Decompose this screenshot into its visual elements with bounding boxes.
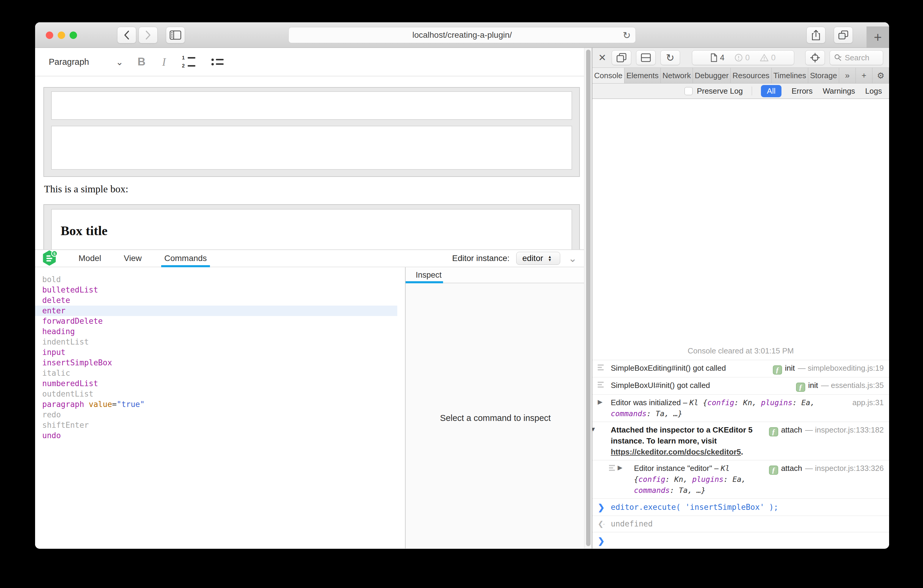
filter-option-warnings[interactable]: Warnings xyxy=(823,87,855,96)
italic-button[interactable]: I xyxy=(162,56,166,68)
console-text: editor.execute( 'insertSimpleBox' ); xyxy=(611,503,778,512)
page-scrollbar[interactable] xyxy=(584,48,592,549)
command-item[interactable]: paragraph value="true" xyxy=(35,399,405,410)
simple-box-title-field-2[interactable]: Box title xyxy=(51,209,572,250)
console-link[interactable]: https://ckeditor.com/docs/ckeditor5 xyxy=(611,447,741,456)
sidebar-button[interactable] xyxy=(166,27,185,43)
inspector-tab-commands[interactable]: Commands xyxy=(163,250,209,267)
command-item[interactable]: heading xyxy=(35,327,405,337)
add-tab-button[interactable]: + xyxy=(856,68,872,83)
back-button[interactable] xyxy=(117,27,136,43)
plus-icon: + xyxy=(874,29,882,45)
inspect-element-button[interactable] xyxy=(805,50,825,65)
command-item[interactable]: indentList xyxy=(35,337,405,347)
console-row-log: ▶Editor instance "editor" – Kl {config: … xyxy=(592,460,889,498)
new-tab-button[interactable]: + xyxy=(867,26,889,48)
devtools-tab-console[interactable]: Console xyxy=(592,68,624,83)
source-location[interactable]: app.js:31 xyxy=(852,398,884,407)
command-item[interactable]: undo xyxy=(35,430,405,441)
console-source[interactable]: ƒinit— essentials.js:35 xyxy=(796,380,884,392)
editor-content[interactable]: This is a simple box: Box title xyxy=(35,77,585,250)
close-window-button[interactable] xyxy=(46,31,53,39)
dock-bottom-button[interactable] xyxy=(636,50,656,65)
preserve-log-checkbox[interactable] xyxy=(685,87,693,95)
editor-instance-select[interactable]: editor ▲▼ xyxy=(516,252,560,265)
console-source[interactable]: app.js:31 xyxy=(852,397,884,408)
web-page-pane: Paragraph ⌄ B I 1 2 This is a simpl xyxy=(35,48,592,549)
command-item[interactable]: delete xyxy=(35,295,405,305)
function-name: attach xyxy=(781,425,802,434)
source-location[interactable]: essentials.js:35 xyxy=(831,381,884,390)
source-location[interactable]: simpleboxediting.js:19 xyxy=(808,363,884,373)
log-icon xyxy=(598,381,604,388)
reload-icon[interactable]: ↻ xyxy=(622,30,631,41)
console-source[interactable]: ƒattach— inspector.js:133:182 xyxy=(769,424,884,436)
command-item[interactable]: redo xyxy=(35,410,405,420)
console-text: , xyxy=(810,398,815,407)
devtools-tab-network[interactable]: Network xyxy=(661,68,693,83)
close-devtools-button[interactable]: ✕ xyxy=(598,52,606,63)
simple-box-widget-2[interactable]: Box title xyxy=(43,204,580,250)
devtools-tab-debugger[interactable]: Debugger xyxy=(693,68,731,83)
source-location[interactable]: inspector.js:133:326 xyxy=(815,464,884,473)
tab-overview-icon xyxy=(838,30,849,40)
more-tabs-button[interactable]: » xyxy=(839,68,856,83)
settings-button[interactable]: ⚙ xyxy=(872,68,889,83)
console-source[interactable]: ƒattach— inspector.js:133:326 xyxy=(769,463,884,475)
inspect-tab[interactable]: Inspect xyxy=(416,271,442,280)
devtools-tab-resources[interactable]: Resources xyxy=(731,68,771,83)
command-item[interactable]: forwardDelete xyxy=(35,316,405,327)
scrollbar-thumb[interactable] xyxy=(586,50,591,546)
simple-box-widget[interactable] xyxy=(43,87,580,177)
simple-box-description-field[interactable] xyxy=(51,126,572,170)
address-bar[interactable]: localhost/creating-a-plugin/ ↻ xyxy=(288,27,636,43)
tab-overview-button[interactable] xyxy=(834,27,853,43)
devtools-tab-storage[interactable]: Storage xyxy=(808,68,839,83)
command-item[interactable]: input xyxy=(35,347,405,358)
console-row-log: SimpleBoxEditing#init() got calledƒinit—… xyxy=(592,360,889,377)
bold-button[interactable]: B xyxy=(138,56,146,68)
devtools-tab-timelines[interactable]: Timelines xyxy=(772,68,808,83)
paragraph-text[interactable]: This is a simple box: xyxy=(44,184,128,195)
filter-option-errors[interactable]: Errors xyxy=(792,87,813,96)
forward-button[interactable] xyxy=(139,27,158,43)
console-row-input[interactable]: ❯ xyxy=(592,532,889,549)
chevron-down-icon[interactable]: ⌄ xyxy=(116,57,123,67)
command-item[interactable]: italic xyxy=(35,368,405,378)
source-location[interactable]: inspector.js:133:182 xyxy=(815,425,884,434)
filter-option-all[interactable]: All xyxy=(761,85,782,97)
editor-toolbar: Paragraph ⌄ B I 1 2 xyxy=(35,48,592,76)
devtools-search-field[interactable]: Search xyxy=(829,50,883,65)
simple-box-title-field[interactable] xyxy=(51,91,572,120)
console-row-log: SimpleBoxUI#init() got calledƒinit— esse… xyxy=(592,377,889,394)
inspector-tab-view[interactable]: View xyxy=(122,250,143,267)
devtools-tab-elements[interactable]: Elements xyxy=(624,68,660,83)
command-item[interactable]: insertSimpleBox xyxy=(35,358,405,368)
minimize-window-button[interactable] xyxy=(57,31,65,39)
command-item[interactable]: enter xyxy=(35,305,397,316)
command-item[interactable]: outdentList xyxy=(35,389,405,399)
share-button[interactable] xyxy=(806,27,826,43)
command-item[interactable]: bold xyxy=(35,274,405,285)
command-item[interactable]: bulletedList xyxy=(35,285,405,295)
zoom-window-button[interactable] xyxy=(70,31,77,39)
command-item[interactable]: numberedList xyxy=(35,378,405,389)
heading-dropdown[interactable]: Paragraph xyxy=(49,57,89,67)
console-source[interactable]: ƒinit— simpleboxediting.js:19 xyxy=(773,363,884,374)
disclosure-open-icon[interactable]: ▼ xyxy=(592,426,596,433)
numbered-list-button[interactable]: 1 2 xyxy=(182,55,195,69)
issues-summary[interactable]: 4 0 xyxy=(692,50,794,65)
command-item[interactable]: shiftEnter xyxy=(35,420,405,430)
browser-window: localhost/creating-a-plugin/ ↻ + Paragra… xyxy=(35,22,889,549)
filter-option-logs[interactable]: Logs xyxy=(866,87,882,96)
collapse-inspector-icon[interactable]: ⌄ xyxy=(568,252,577,264)
dock-side-button[interactable] xyxy=(612,50,631,65)
reload-page-button[interactable]: ↻ xyxy=(660,50,680,65)
inspector-tab-model[interactable]: Model xyxy=(77,250,103,267)
console-text: { xyxy=(703,398,708,407)
function-name: init xyxy=(808,381,818,390)
disclosure-closed-icon[interactable]: ▶ xyxy=(618,464,622,471)
disclosure-closed-icon[interactable]: ▶ xyxy=(598,398,603,406)
function-badge-icon: ƒ xyxy=(773,365,782,374)
bulleted-list-button[interactable] xyxy=(212,59,223,66)
